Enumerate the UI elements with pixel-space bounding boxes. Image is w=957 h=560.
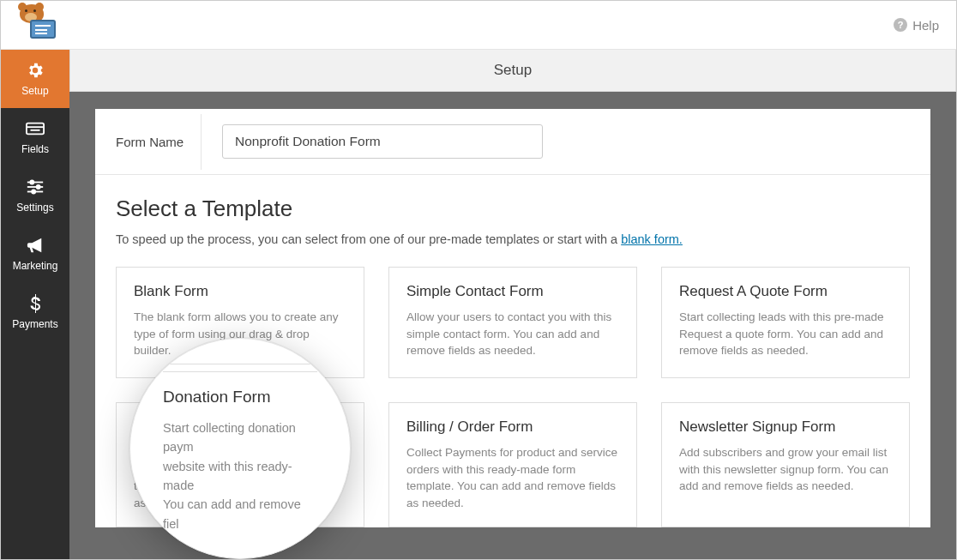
- sidebar: Setup Fields Settings Marketing Payments: [1, 50, 69, 560]
- card-desc: Start collecting leads with this pre-mad…: [679, 309, 892, 359]
- svg-point-4: [30, 180, 33, 184]
- template-card-billing-order[interactable]: Billing / Order Form Collect Payments fo…: [388, 402, 637, 527]
- fields-icon: [26, 119, 45, 138]
- templates-heading: Select a Template: [116, 196, 910, 222]
- card-title: Simple Contact Form: [406, 283, 619, 300]
- content-outer: Setup Form Name Select a Template To spe…: [69, 50, 956, 560]
- help-label: Help: [912, 18, 939, 33]
- help-link[interactable]: ? Help: [894, 18, 939, 33]
- templates-desc-text: To speed up the process, you can select …: [116, 232, 621, 246]
- sidebar-item-payments[interactable]: Payments: [1, 283, 69, 341]
- bullhorn-icon: [26, 236, 45, 255]
- form-name-input[interactable]: [222, 124, 543, 159]
- svg-point-6: [37, 185, 40, 189]
- blank-form-link[interactable]: blank form.: [621, 232, 683, 246]
- bear-logo-icon: [18, 4, 59, 45]
- page-title: Setup: [69, 50, 956, 92]
- template-card-request-quote[interactable]: Request A Quote Form Start collecting le…: [661, 267, 910, 378]
- sidebar-item-settings[interactable]: Settings: [1, 166, 69, 225]
- card-desc: Allow your users to contact you with thi…: [406, 309, 619, 359]
- card-desc: Add subscribers and grow your email list…: [679, 444, 892, 495]
- form-name-row: Form Name: [95, 109, 930, 175]
- svg-rect-0: [27, 123, 44, 135]
- template-card-newsletter[interactable]: Newsletter Signup Form Add subscribers a…: [661, 402, 910, 527]
- app-logo: [18, 4, 59, 45]
- card-title: Blank Form: [134, 283, 346, 300]
- template-card-donation[interactable]: Donation Form Start collecting donation …: [116, 402, 364, 527]
- sidebar-item-label: Marketing: [13, 260, 58, 272]
- template-card-simple-contact[interactable]: Simple Contact Form Allow your users to …: [388, 267, 637, 378]
- card-title: Donation Form: [134, 418, 346, 436]
- gear-icon: [26, 61, 45, 80]
- form-name-label: Form Name: [95, 114, 202, 170]
- help-icon: ?: [894, 18, 907, 32]
- templates-section: Select a Template To speed up the proces…: [95, 175, 930, 527]
- card-desc: The blank form allows you to create any …: [134, 309, 346, 359]
- template-grid: Blank Form The blank form allows you to …: [116, 267, 910, 527]
- content-panel: Form Name Select a Template To speed up …: [95, 109, 930, 527]
- sidebar-item-fields[interactable]: Fields: [1, 108, 69, 166]
- sidebar-item-marketing[interactable]: Marketing: [1, 225, 69, 283]
- sidebar-item-label: Payments: [12, 318, 57, 330]
- templates-desc: To speed up the process, you can select …: [116, 232, 910, 246]
- sidebar-item-setup[interactable]: Setup: [1, 50, 69, 108]
- card-desc: Collect Payments for product and service…: [406, 444, 619, 511]
- svg-point-8: [32, 190, 35, 193]
- dollar-icon: [26, 294, 45, 313]
- sidebar-item-label: Settings: [16, 202, 53, 214]
- sidebar-item-label: Setup: [21, 85, 48, 97]
- card-title: Newsletter Signup Form: [679, 418, 892, 436]
- card-desc: Start collecting donation payments on yo…: [134, 444, 346, 511]
- card-title: Billing / Order Form: [406, 418, 619, 436]
- sliders-icon: [26, 178, 45, 196]
- sidebar-item-label: Fields: [21, 143, 49, 155]
- template-card-blank-form[interactable]: Blank Form The blank form allows you to …: [116, 267, 364, 378]
- topbar: ? Help: [1, 1, 956, 50]
- card-title: Request A Quote Form: [679, 283, 892, 300]
